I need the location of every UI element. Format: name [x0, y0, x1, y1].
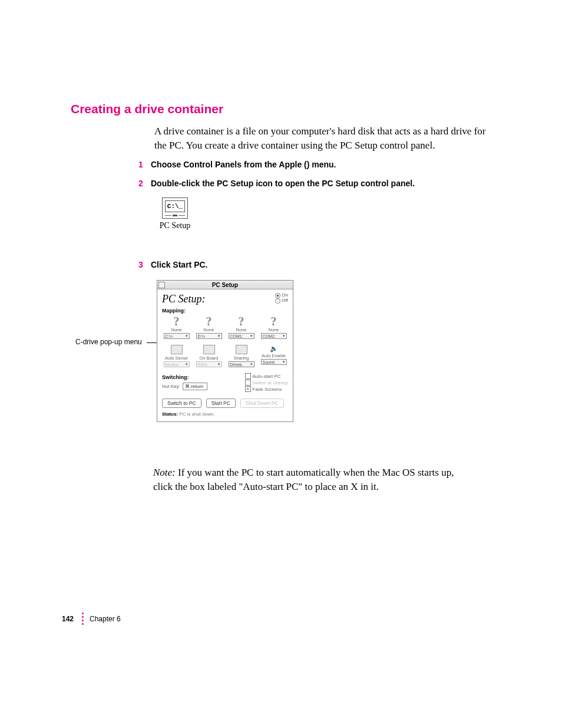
switch-startup-label: Switch at Startup — [253, 380, 288, 386]
mapping-label: Mapping: — [162, 308, 288, 314]
step-1-text-before: Choose Control Panels from the Apple ( — [151, 160, 307, 169]
switching-label: Switching: — [162, 374, 207, 380]
note-text: If you want the PC to start automaticall… — [153, 467, 454, 492]
auto-start-label: Auto-start PC — [253, 374, 281, 379]
step-3-text: Click Start PC. — [151, 260, 207, 269]
monitor-popup[interactable]: Monitor▾ — [164, 361, 190, 367]
step-2: 2 Double-click the PC Setup icon to open… — [133, 178, 415, 189]
opt-2-caption: Sharing — [227, 355, 256, 361]
drives-popup[interactable]: Drives:▾ — [229, 361, 254, 367]
switch-startup-checkbox[interactable] — [245, 380, 251, 386]
com1-popup[interactable]: COM1:▾ — [229, 333, 254, 339]
radio-off[interactable] — [275, 298, 280, 304]
speaker-icon: 🔈 — [259, 345, 288, 353]
pcsetup-desktop-icon: C:\_ PC Setup — [154, 197, 196, 230]
hotkey-select[interactable]: ⌘-return — [183, 383, 208, 390]
hotkey-label: Hot Key: — [162, 384, 180, 389]
radio-off-label: Off — [282, 298, 288, 304]
chapter-label: Chapter 6 — [90, 615, 121, 623]
radio-on[interactable] — [275, 293, 280, 298]
footer-dots-icon — [82, 612, 84, 625]
ram-icon — [203, 345, 215, 354]
d-drive-popup[interactable]: D:\>▾ — [196, 333, 222, 339]
close-icon[interactable] — [158, 282, 165, 288]
intro-paragraph: A drive container is a file on your comp… — [154, 124, 490, 153]
c-drive-popup[interactable]: C:\>▾ — [164, 333, 190, 339]
status-line: Status: PC is shut down. — [162, 411, 288, 417]
monitor-icon — [171, 345, 183, 354]
page-number: 142 — [62, 615, 74, 623]
callout-c-drive-popup: C-drive pop-up menu — [75, 338, 142, 346]
pc-setup-window: PC Setup PC Setup: On Off Mapping: ?None… — [157, 280, 293, 422]
fade-screens-checkbox[interactable] — [245, 386, 251, 392]
mapping-3-caption: None — [259, 327, 288, 332]
note-paragraph: Note: If you want the PC to start automa… — [153, 466, 471, 494]
sound-popup[interactable]: Sound:▾ — [261, 359, 287, 365]
sharing-icon — [236, 345, 247, 354]
pcsetup-icon-graphic: C:\_ — [162, 197, 188, 219]
pc-setup-title-text: PC Setup — [212, 282, 238, 288]
pcsetup-icon-caption: PC Setup — [154, 221, 196, 230]
step-1: 1 Choose Control Panels from the Apple (… — [133, 159, 336, 170]
shut-down-pc-button[interactable]: Shut Down PC — [240, 398, 284, 408]
step-3: 3 Click Start PC. — [133, 259, 207, 270]
on-off-radios: On Off — [275, 293, 288, 304]
mapping-grid: ?NoneC:\>▾ ?NoneD:\>▾ ?NoneCOM1:▾ ?NoneC… — [162, 316, 288, 339]
ram-popup[interactable]: RAM:▾ — [196, 361, 222, 367]
auto-start-checkbox[interactable] — [245, 373, 251, 379]
note-lead: Note: — [153, 467, 176, 478]
step-1-text-after: ) menu. — [307, 160, 336, 169]
step-2-text: Double-click the PC Setup icon to open t… — [151, 179, 415, 188]
switch-to-pc-button[interactable]: Switch to PC — [162, 398, 201, 408]
start-pc-button[interactable]: Start PC — [206, 398, 236, 408]
opt-1-caption: On Board — [194, 355, 223, 361]
pc-setup-header: PC Setup: — [162, 293, 206, 305]
step-3-number: 3 — [133, 260, 148, 269]
com2-popup[interactable]: COM2:▾ — [261, 333, 287, 339]
pcsetup-icon-inner: C:\_ — [165, 200, 185, 212]
question-icon: ? — [162, 316, 191, 327]
fade-screens-label: Fade Screens — [253, 387, 282, 392]
opt-0-caption: Auto Sense — [162, 355, 191, 361]
section-title: Creating a drive container — [71, 102, 223, 116]
step-2-number: 2 — [133, 179, 148, 188]
question-icon: ? — [259, 316, 288, 327]
question-icon: ? — [194, 316, 223, 327]
step-1-number: 1 — [133, 160, 148, 169]
mapping-2-caption: None — [227, 327, 256, 332]
mapping-0-caption: None — [162, 327, 191, 332]
mapping-1-caption: None — [194, 327, 223, 332]
question-icon: ? — [227, 316, 256, 327]
pc-setup-titlebar[interactable]: PC Setup — [157, 281, 293, 289]
opt-3-caption: Auto Enable — [259, 353, 288, 358]
page-footer: 142 Chapter 6 — [62, 612, 121, 625]
options-grid: Auto SenseMonitor▾ On BoardRAM:▾ Sharing… — [162, 345, 288, 367]
